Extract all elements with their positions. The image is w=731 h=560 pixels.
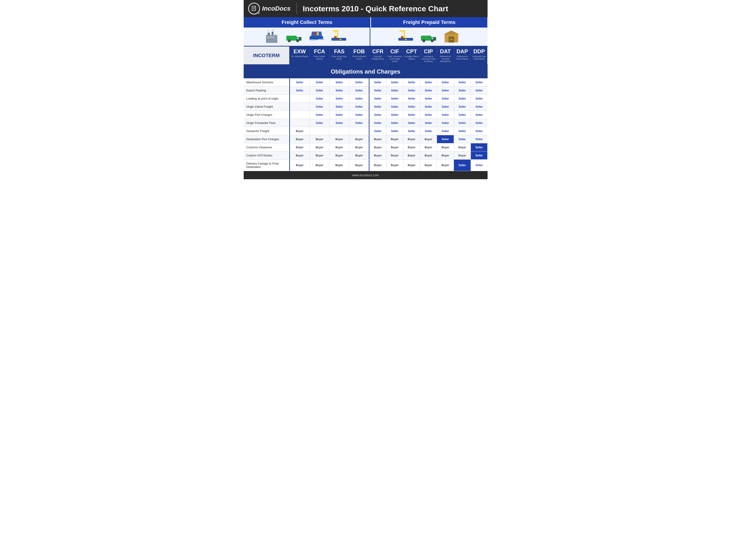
list-item: Buyer: [370, 143, 387, 151]
table-row: Origin Inland FreightSellerSellerSellerS…: [244, 103, 488, 111]
list-item: Seller: [471, 160, 488, 171]
list-item: Seller: [471, 127, 488, 135]
list-item: Buyer: [387, 160, 403, 171]
incoterm-desc: Carriage Paid to (Place): [404, 55, 419, 60]
list-item: Seller: [403, 95, 420, 102]
list-item: Seller: [437, 135, 454, 143]
illustration-prepaid: [371, 28, 487, 46]
list-item: Seller: [471, 151, 488, 159]
prepaid-cells: SellerSellerSellerSellerSellerSellerSell…: [370, 119, 487, 127]
row-label: Export Packing: [244, 86, 290, 94]
list-item: Buyer: [387, 135, 403, 143]
svg-rect-28: [339, 39, 341, 40]
list-item: Seller: [471, 86, 488, 94]
incoterm-col-fas: FASFree Along Ship (Port): [329, 46, 349, 64]
logo-text: IncoDocs: [262, 5, 291, 12]
list-item: Buyer: [329, 151, 349, 159]
incoterm-code: CIP: [424, 48, 433, 55]
list-item: Seller: [437, 119, 454, 127]
incoterm-code: FAS: [334, 48, 344, 55]
prepaid-cells: SellerSellerSellerSellerSellerSellerSell…: [370, 111, 487, 119]
crane-ship2-icon: [397, 29, 415, 44]
table-row: Custom GST/DutiesBuyerBuyerBuyerBuyerBuy…: [244, 151, 488, 160]
svg-rect-9: [272, 36, 274, 38]
incoterm-label-cell: INCOTERM: [244, 46, 290, 64]
row-cells: BuyerBuyerBuyerBuyerBuyerBuyerBuyerBuyer…: [290, 143, 488, 151]
incoterm-col-fob: FOBFree On Board (Port): [349, 46, 369, 64]
list-item: Seller: [387, 119, 403, 127]
table-row: Warehouse ServicesSellerSellerSellerSell…: [244, 78, 488, 86]
svg-point-14: [288, 40, 290, 42]
list-item: Seller: [454, 135, 471, 143]
prepaid-cells: BuyerBuyerBuyerBuyerBuyerBuyerSeller: [370, 143, 487, 151]
incoterm-prepaid-cols: CFRCost and Freight (Port)CIFCost, Insur…: [370, 46, 487, 64]
list-item: Buyer: [290, 160, 310, 171]
table-row: Export PackingSellerSellerSellerSellerSe…: [244, 86, 488, 95]
list-item: Seller: [329, 78, 349, 86]
list-item: Buyer: [290, 127, 310, 135]
incoterm-collect-cols: EXWEx. Words (Place)FCAFree Carrier (Pla…: [290, 46, 370, 64]
incoterm-desc: Free On Board (Port): [350, 55, 368, 60]
list-item: Seller: [454, 160, 471, 171]
ship-icon: [308, 29, 326, 44]
incoterm-code: EXW: [293, 48, 306, 55]
row-label: Loading at point of origin: [244, 95, 290, 102]
incoterm-code: DDP: [473, 48, 485, 55]
list-item: Seller: [309, 103, 329, 111]
incoterm-col-dap: DAPDelivered at Place (Place): [454, 46, 471, 64]
svg-rect-5: [267, 33, 270, 35]
list-item: Seller: [403, 119, 420, 127]
list-item: Seller: [370, 86, 387, 94]
row-cells: SellerSellerSellerSellerSellerSellerSell…: [290, 95, 488, 102]
row-label: Delivery Cartage to Final Destination: [244, 160, 290, 171]
list-item: Seller: [387, 78, 403, 86]
list-item: Seller: [420, 111, 437, 119]
prepaid-cells: BuyerBuyerBuyerBuyerBuyerBuyerSeller: [370, 151, 487, 159]
list-item: [329, 127, 349, 135]
incoterm-desc: Ex. Words (Place): [291, 55, 308, 58]
list-item: Buyer: [309, 151, 329, 159]
svg-rect-41: [432, 37, 433, 39]
collect-cells: SellerSellerSeller: [290, 119, 370, 127]
list-item: Seller: [437, 78, 454, 86]
incoterm-col-exw: EXWEx. Words (Place): [290, 46, 310, 64]
incoterm-code: DAP: [457, 48, 468, 55]
list-item: Seller: [420, 78, 437, 86]
list-item: Seller: [349, 111, 369, 119]
incoterm-desc: Carriage & Insurance Paid to (Place): [421, 55, 436, 63]
prepaid-cells: SellerSellerSellerSellerSellerSellerSell…: [370, 86, 487, 94]
table-row: Delivery Cartage to Final DestinationBuy…: [244, 160, 488, 171]
list-item: Buyer: [403, 151, 420, 159]
list-item: [349, 127, 369, 135]
prepaid-cells: SellerSellerSellerSellerSellerSellerSell…: [370, 78, 487, 86]
table-row: Destination Port ChargesBuyerBuyerBuyerB…: [244, 135, 488, 143]
list-item: Seller: [387, 103, 403, 111]
prepaid-cells: SellerSellerSellerSellerSellerSellerSell…: [370, 103, 487, 111]
list-item: Buyer: [290, 135, 310, 143]
list-item: Buyer: [420, 151, 437, 159]
list-item: Seller: [387, 86, 403, 94]
incoterm-col-ddp: DDPDelivered Duty Paid (Place): [471, 46, 488, 64]
row-cells: SellerSellerSellerSellerSellerSellerSell…: [290, 111, 488, 119]
collect-cells: BuyerBuyerBuyerBuyer: [290, 143, 370, 151]
list-item: Seller: [349, 119, 369, 127]
incoterm-desc: Delivered at Place (Place): [455, 55, 470, 60]
list-item: Buyer: [349, 160, 369, 171]
svg-rect-27: [337, 39, 338, 40]
list-item: Seller: [370, 111, 387, 119]
data-rows-container: Warehouse ServicesSellerSellerSellerSell…: [244, 78, 488, 171]
incoterm-label: INCOTERM: [253, 53, 279, 58]
list-item: Buyer: [454, 143, 471, 151]
collect-cells: SellerSellerSellerSeller: [290, 86, 370, 94]
list-item: Seller: [420, 86, 437, 94]
list-item: Buyer: [387, 151, 403, 159]
row-cells: SellerSellerSellerSellerSellerSellerSell…: [290, 78, 488, 86]
list-item: Seller: [387, 127, 403, 135]
prepaid-cells: BuyerBuyerBuyerBuyerBuyerSellerSeller: [370, 160, 487, 171]
list-item: Seller: [403, 111, 420, 119]
list-item: Buyer: [329, 143, 349, 151]
list-item: Seller: [437, 103, 454, 111]
list-item: Seller: [329, 119, 349, 127]
list-item: Seller: [309, 86, 329, 94]
obligations-title: Obligations and Charges: [331, 68, 401, 75]
